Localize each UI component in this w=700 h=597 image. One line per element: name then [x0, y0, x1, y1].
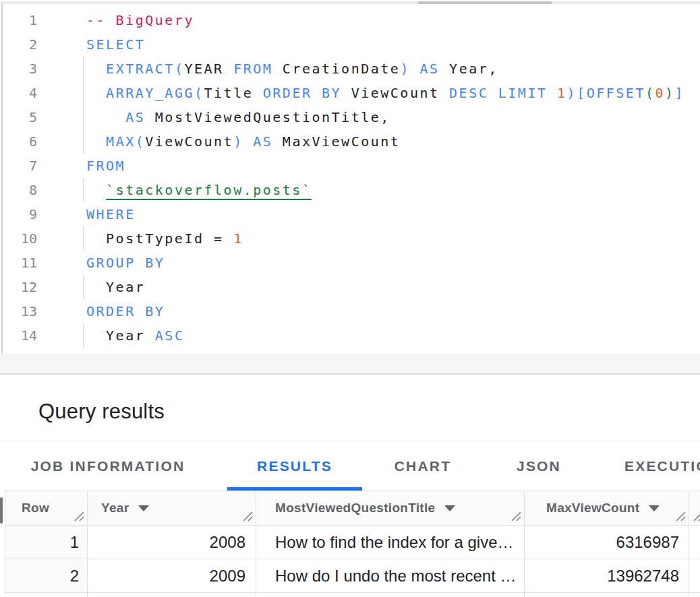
column-header-next-column-sliver[interactable] — [689, 491, 700, 526]
code-line[interactable]: 12 Year — [0, 275, 700, 299]
token-kw: AS — [125, 109, 145, 125]
table-row: 12008How to find the index for a give…63… — [5, 526, 700, 559]
cell-next-column-sliver — [689, 526, 700, 559]
token-id — [86, 85, 106, 101]
code-text: Year — [86, 275, 145, 299]
token-kw: MAX — [106, 133, 136, 150]
token-id — [410, 61, 420, 77]
table-header-row: RowYearMostViewedQuestionTitleMaxViewCou… — [5, 491, 700, 526]
tab-label: JOB INFORMATION — [31, 458, 185, 474]
token-id — [86, 133, 106, 150]
column-dropdown-icon[interactable] — [444, 505, 455, 511]
column-resize-handle-icon[interactable] — [511, 511, 522, 522]
cell-most-viewed-question: How to find the index for a give… — [256, 526, 525, 559]
cell-row: 1 — [5, 526, 88, 559]
column-resize-handle-icon[interactable] — [675, 511, 687, 522]
code-text: SELECT — [86, 32, 145, 57]
token-kw: ) — [233, 133, 243, 150]
token-id: CreationDate — [272, 61, 400, 77]
column-header-year[interactable]: Year — [88, 491, 256, 526]
token-kw: ( — [194, 85, 204, 101]
tab-job-information[interactable]: JOB INFORMATION — [8, 442, 208, 491]
token-kw: OFFSET — [587, 85, 645, 101]
token-kw: AS — [253, 133, 272, 150]
table-row: 22009How do I undo the most recent …1396… — [5, 559, 700, 593]
token-id: Year — [86, 279, 145, 295]
code-text: ORDER BY — [86, 299, 165, 323]
code-text: Year ASC — [86, 323, 184, 348]
code-line[interactable]: 11GROUP BY — [0, 251, 700, 275]
code-text: EXTRACT(YEAR FROM CreationDate) AS Year, — [86, 57, 498, 81]
column-header-max-view-count[interactable]: MaxViewCount — [525, 491, 689, 526]
column-header-label: MaxViewCount — [546, 501, 639, 515]
code-line[interactable]: 10 PostTypeId = 1 — [0, 226, 700, 251]
token-kw: FROM — [86, 158, 125, 174]
code-line[interactable]: 7FROM — [0, 154, 700, 178]
token-id — [547, 85, 557, 101]
token-id: ViewCount — [145, 133, 233, 150]
line-number: 6 — [0, 129, 37, 154]
results-table: RowYearMostViewedQuestionTitleMaxViewCou… — [0, 491, 700, 597]
token-kw: EXTRACT — [106, 61, 175, 77]
code-line[interactable]: 5 AS MostViewedQuestionTitle, — [0, 105, 700, 129]
cell-row — [5, 593, 88, 597]
results-vertical-scrollbar-thumb[interactable] — [0, 497, 3, 524]
results-vertical-scrollbar[interactable] — [0, 491, 5, 597]
tab-json[interactable]: JSON — [484, 442, 594, 491]
column-header-label: Row — [22, 501, 49, 515]
column-resize-handle-icon[interactable] — [693, 511, 700, 522]
column-header-row[interactable]: Row — [5, 491, 88, 526]
cell-year: 2009 — [88, 559, 256, 593]
token-id: MaxViewCount — [272, 133, 400, 150]
token-id: Year — [86, 327, 155, 344]
token-kw: ORDER BY — [263, 85, 341, 101]
cell-next-column-sliver — [689, 593, 700, 597]
token-id — [86, 61, 106, 77]
sql-editor[interactable]: 1-- BigQuery2SELECT3 EXTRACT(YEAR FROM C… — [0, 4, 700, 354]
token-kw: AS — [419, 61, 439, 77]
tab-chart[interactable]: CHART — [362, 442, 484, 491]
code-text: -- BigQuery — [86, 8, 194, 32]
code-line[interactable]: 13ORDER BY — [0, 299, 700, 323]
code-line[interactable]: 2SELECT — [0, 32, 700, 57]
code-line[interactable]: 14 Year ASC — [0, 323, 700, 348]
token-id: Year, — [440, 61, 498, 77]
token-id — [488, 85, 498, 101]
bigquery-console: 1-- BigQuery2SELECT3 EXTRACT(YEAR FROM C… — [0, 0, 700, 597]
tab-execution-details[interactable]: EXECUTION DETAILS — [594, 442, 700, 491]
line-number: 5 — [0, 105, 37, 129]
token-id — [86, 182, 106, 198]
code-line[interactable]: 8 `stackoverflow.posts` — [0, 178, 700, 202]
token-kw: ) — [400, 61, 410, 77]
code-line[interactable]: 3 EXTRACT(YEAR FROM CreationDate) AS Yea… — [0, 57, 700, 81]
token-kw: LIMIT — [498, 85, 548, 101]
column-header-most-viewed-question[interactable]: MostViewedQuestionTitle — [256, 491, 525, 526]
code-line[interactable]: 1-- BigQuery — [0, 8, 700, 32]
column-dropdown-icon[interactable] — [138, 505, 149, 511]
token-kw: SELECT — [86, 36, 145, 53]
column-dropdown-icon[interactable] — [649, 505, 660, 511]
code-line[interactable]: 6 MAX(ViewCount) AS MaxViewCount — [0, 129, 700, 154]
column-resize-handle-icon[interactable] — [74, 511, 85, 522]
token-kw: WHERE — [86, 206, 136, 222]
code-text: WHERE — [86, 202, 136, 226]
code-text: `stackoverflow.posts` — [86, 178, 312, 202]
token-id: ViewCount — [341, 85, 449, 101]
line-number: 14 — [0, 323, 37, 348]
cell-year: 2008 — [88, 526, 256, 559]
cell-max-view-count: 13962748 — [525, 559, 689, 593]
cell-most-viewed-question — [256, 593, 525, 597]
line-number: 10 — [0, 226, 37, 251]
column-resize-handle-icon[interactable] — [242, 511, 254, 522]
cell-row: 2 — [5, 559, 88, 593]
line-number: 1 — [0, 8, 37, 32]
cell-most-viewed-question: How do I undo the most recent … — [256, 559, 525, 593]
tab-results[interactable]: RESULTS — [227, 442, 362, 491]
code-line[interactable]: 9WHERE — [0, 202, 700, 226]
results-tab-bar: JOB INFORMATIONRESULTSCHARTJSONEXECUTION… — [0, 442, 700, 491]
line-number: 7 — [0, 154, 37, 178]
code-line[interactable]: 4 ARRAY_AGG(Title ORDER BY ViewCount DES… — [0, 81, 700, 105]
line-number: 13 — [0, 299, 37, 323]
cell-max-view-count: 6316987 — [525, 526, 689, 559]
token-num: 1 — [233, 230, 243, 247]
